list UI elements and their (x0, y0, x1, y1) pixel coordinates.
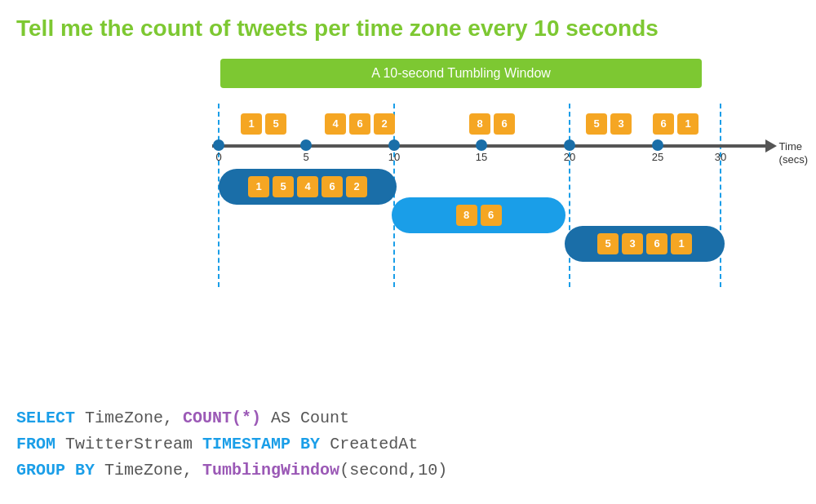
window3-badge-5: 5 (597, 233, 619, 254)
sql-tumbling-args: (second,10) (339, 461, 447, 480)
sql-block: SELECT TimeZone, COUNT(*) AS Count FROM … (16, 405, 447, 484)
sql-line-1: SELECT TimeZone, COUNT(*) AS Count (16, 405, 447, 431)
sql-createdat: CreatedAt (320, 435, 418, 453)
time-label-15: 15 (476, 151, 487, 163)
sql-line-2: FROM TwitterStream TIMESTAMP BY CreatedA… (16, 431, 447, 458)
window2-badge-8: 8 (456, 205, 477, 226)
dot-0 (213, 139, 224, 151)
sql-timezone: TimeZone, (75, 409, 183, 427)
window1-badge-1: 1 (248, 176, 269, 197)
window3-badge-1: 1 (671, 233, 692, 254)
window-bar-2: 8 6 (392, 197, 565, 233)
above-badge-5b: 5 (586, 113, 607, 135)
window3-badge-6: 6 (646, 233, 667, 254)
window3-badge-3: 3 (622, 233, 643, 254)
above-badge-6a: 6 (349, 113, 370, 135)
page-title: Tell me the count of tweets per time zon… (0, 0, 816, 51)
time-label-20: 20 (564, 151, 575, 163)
sql-line-3: GROUP BY TimeZone, TumblingWindow(second… (16, 458, 447, 484)
above-badge-2: 2 (374, 113, 395, 135)
diagram-area: A 10-second Tumbling Window 0 5 10 15 20… (0, 55, 816, 324)
dot-20 (564, 139, 575, 151)
time-label-5: 5 (303, 151, 308, 163)
dashed-line-30 (720, 104, 721, 287)
window2-badge-6: 6 (481, 205, 502, 226)
above-badge-4: 4 (325, 113, 346, 135)
sql-stream: TwitterStream (55, 435, 193, 453)
window1-badge-6: 6 (322, 176, 343, 197)
window-bar-1: 1 5 4 6 2 (219, 169, 397, 205)
time-label-10: 10 (388, 151, 400, 163)
sql-groupby-timezone: TimeZone, (95, 461, 193, 480)
above-badge-6b: 6 (494, 113, 515, 135)
keyword-by2: BY (75, 461, 95, 480)
time-label-25: 25 (652, 151, 663, 163)
above-badge-1: 1 (241, 113, 262, 135)
keyword-select: SELECT (16, 409, 75, 427)
tumbling-window-banner: A 10-second Tumbling Window (220, 59, 702, 88)
time-axis-label: Time(secs) (779, 140, 808, 168)
window1-badge-4: 4 (297, 176, 318, 197)
dot-25 (652, 139, 663, 151)
keyword-timestamp: TIMESTAMP (202, 435, 290, 453)
keyword-count: COUNT(*) (183, 409, 261, 427)
keyword-group: GROUP (16, 461, 65, 480)
above-badge-1b: 1 (677, 113, 698, 135)
keyword-from: FROM (16, 435, 55, 453)
above-badge-8: 8 (469, 113, 490, 135)
above-badge-5: 5 (265, 113, 286, 135)
above-badge-6c: 6 (653, 113, 674, 135)
window1-badge-2: 2 (346, 176, 367, 197)
window-bar-3: 5 3 6 1 (565, 226, 725, 262)
dashed-line-20 (569, 104, 570, 287)
window1-badge-5: 5 (273, 176, 294, 197)
keyword-tumbling: TumblingWindow (202, 461, 339, 480)
dashed-line-0 (218, 104, 220, 287)
dot-10 (388, 139, 400, 151)
time-label-0: 0 (215, 151, 221, 163)
dot-5 (300, 139, 312, 151)
keyword-by: BY (300, 435, 320, 453)
sql-as-count: AS Count (261, 409, 349, 427)
time-label-30: 30 (715, 151, 726, 163)
above-badge-3: 3 (610, 113, 632, 135)
dot-15 (476, 139, 487, 151)
timeline-bar (212, 144, 767, 148)
